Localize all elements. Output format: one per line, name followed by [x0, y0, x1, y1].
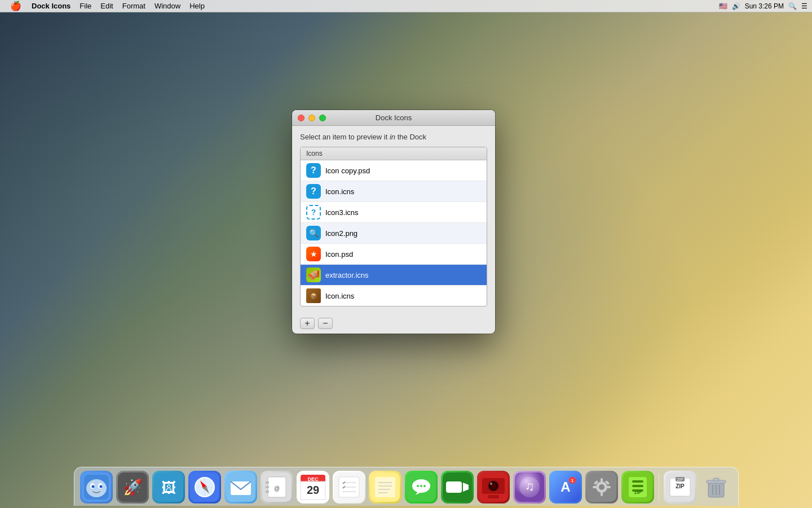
dock-icon-appstore[interactable]: A 1	[549, 471, 582, 503]
menubar: 🍎 Dock Icons File Edit Format Window Hel…	[0, 0, 812, 12]
svg-text:1: 1	[571, 478, 573, 483]
file-name-3: Icon2.png	[325, 229, 358, 238]
list-item[interactable]: 🔍 Icon2.png	[301, 223, 487, 244]
dock-icon-photobooth[interactable]	[477, 471, 510, 503]
add-button[interactable]: +	[300, 318, 315, 329]
file-icon-3: 🔍	[306, 226, 321, 240]
dock-icon-safari[interactable]	[188, 471, 221, 503]
dock-icon-launchpad[interactable]: 🚀	[116, 471, 149, 503]
file-name-0: Icon copy.psd	[325, 167, 370, 175]
dock-icon-gallery[interactable]: 🖼	[152, 471, 185, 503]
file-menu[interactable]: File	[75, 0, 96, 12]
list-item[interactable]: ★ Icon.psd	[301, 244, 487, 265]
list-item[interactable]: ? Icon.icns	[301, 181, 487, 202]
window-content: Select an item to preview it in the Dock…	[292, 126, 495, 313]
dock-icon-facetime[interactable]	[441, 471, 474, 503]
svg-text:ZIP: ZIP	[634, 490, 641, 495]
maximize-button[interactable]	[319, 115, 326, 121]
file-icon-1: ?	[306, 184, 321, 199]
window-menu[interactable]: Window	[150, 0, 185, 12]
flag-icon: 🇺🇸	[719, 2, 727, 10]
svg-rect-51	[446, 481, 462, 493]
menubar-left: 🍎 Dock Icons File Edit Format Window Hel…	[5, 0, 719, 12]
svg-text:🖼: 🖼	[161, 479, 176, 496]
dock-icon-archiver[interactable]: ZIP	[621, 471, 654, 503]
remove-button[interactable]: −	[318, 318, 333, 329]
dock-icon-finder[interactable]	[80, 471, 113, 503]
svg-point-2	[86, 479, 107, 497]
svg-rect-71	[601, 492, 603, 496]
menubar-right: 🇺🇸 🔊 Sun 3:26 PM 🔍 ☰	[719, 2, 807, 10]
svg-point-69	[599, 484, 604, 490]
svg-point-48	[420, 485, 422, 487]
dock-icon-mail[interactable]	[224, 471, 257, 503]
file-list: ? Icon copy.psd ? Icon.icns ? Icon3.icns	[301, 160, 487, 306]
svg-rect-73	[606, 486, 611, 488]
app-name-menu[interactable]: Dock Icons	[27, 0, 75, 12]
list-item[interactable]: 📦 Icon.icns	[301, 286, 487, 306]
svg-rect-59	[488, 495, 499, 498]
dock-icons-window: Dock Icons Select an item to preview it …	[292, 110, 495, 334]
svg-point-5	[91, 485, 94, 488]
minimize-button[interactable]	[308, 115, 315, 121]
svg-rect-24	[266, 486, 269, 488]
dock-icon-reminders[interactable]: ✓ ✓	[333, 471, 365, 503]
window-subtitle: Select an item to preview it in the Dock	[300, 133, 487, 141]
file-name-5: extractor.icns	[325, 271, 369, 279]
list-item[interactable]: ? Icon copy.psd	[301, 160, 487, 181]
list-item-selected[interactable]: 🪗 extractor.icns	[301, 265, 487, 286]
file-icon-5: 🪗	[306, 268, 321, 282]
svg-rect-78	[632, 480, 643, 483]
svg-text:A: A	[561, 479, 570, 494]
volume-icon[interactable]: 🔊	[732, 2, 740, 10]
list-icon[interactable]: ☰	[801, 2, 807, 10]
svg-rect-39	[375, 477, 395, 497]
dock-icon-zipapp[interactable]: ZIP ZIP	[664, 471, 696, 503]
svg-text:ZIP: ZIP	[676, 483, 685, 489]
svg-rect-79	[632, 485, 643, 487]
edit-menu[interactable]: Edit	[96, 0, 117, 12]
datetime: Sun 3:26 PM	[745, 2, 784, 10]
file-name-4: Icon.psd	[325, 250, 353, 259]
svg-rect-25	[266, 491, 269, 493]
svg-text:🚀: 🚀	[122, 478, 142, 497]
format-menu[interactable]: Format	[118, 0, 150, 12]
window-bottom: + −	[292, 313, 495, 334]
window-title: Dock Icons	[376, 113, 412, 122]
file-list-container: Icons ? Icon copy.psd ? Icon.icns	[300, 147, 487, 306]
dock-icon-messages[interactable]	[405, 471, 438, 503]
dock-icon-trash[interactable]	[700, 471, 732, 503]
apple-menu[interactable]: 🍎	[5, 0, 27, 12]
svg-rect-90	[713, 478, 719, 481]
close-button[interactable]	[298, 115, 304, 121]
dock-icon-systemprefs[interactable]	[585, 471, 618, 503]
help-menu[interactable]: Help	[185, 0, 209, 12]
svg-rect-23	[266, 481, 269, 484]
file-icon-0: ?	[306, 163, 321, 178]
svg-text:♫: ♫	[524, 479, 534, 493]
list-header: Icons	[301, 147, 487, 160]
dock-icon-itunes[interactable]: ♫	[513, 471, 546, 503]
dock-icon-calendar[interactable]: DEC 29	[297, 471, 329, 503]
svg-text:ZIP: ZIP	[677, 478, 683, 481]
svg-rect-70	[601, 478, 603, 483]
dock-icon-notes[interactable]	[369, 471, 401, 503]
file-name-2: Icon3.icns	[325, 208, 359, 217]
svg-point-6	[99, 485, 102, 488]
file-name-6: Icon.icns	[325, 292, 354, 300]
svg-text:✓: ✓	[342, 485, 346, 490]
svg-point-49	[423, 485, 426, 487]
dock: 🚀 🖼	[0, 463, 812, 508]
svg-text:@: @	[273, 485, 279, 492]
dock-separator	[659, 473, 659, 501]
search-icon[interactable]: 🔍	[788, 2, 797, 10]
svg-rect-72	[593, 486, 597, 488]
file-icon-2: ?	[306, 205, 321, 220]
window-titlebar: Dock Icons	[292, 110, 495, 126]
traffic-lights	[298, 115, 326, 121]
svg-text:29: 29	[306, 484, 319, 496]
svg-point-58	[490, 483, 492, 485]
file-icon-6: 📦	[306, 288, 321, 303]
list-item[interactable]: ? Icon3.icns	[301, 202, 487, 223]
dock-icon-addressbook[interactable]: @	[261, 471, 293, 503]
